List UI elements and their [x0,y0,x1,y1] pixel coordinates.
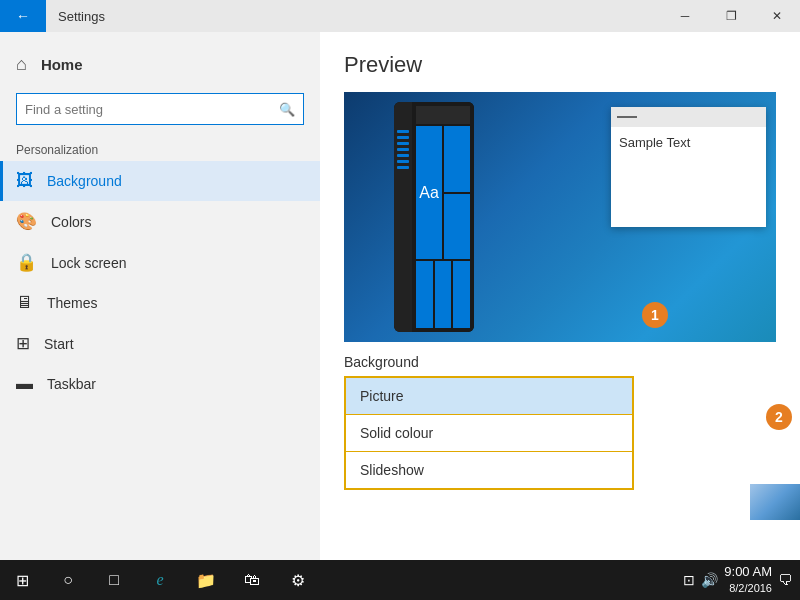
stripe [397,154,409,157]
tile-b1 [416,261,433,328]
taskbar-clock[interactable]: 9:00 AM 8/2/2016 [724,563,772,597]
folder-icon: 📁 [196,571,216,590]
taskbar-settings-button[interactable]: ⚙ [276,560,320,600]
sidebar-item-label: Start [44,336,74,352]
back-button[interactable]: ← [0,0,46,32]
taskbar-network-icon[interactable]: ⊡ [683,572,695,588]
close-button[interactable]: ✕ [754,0,800,32]
thumb-preview [750,484,800,520]
search-icon: 🔍 [271,102,303,117]
start-icon: ⊞ [16,333,30,354]
sidebar: ⌂ Home 🔍 Personalization 🖼 Background 🎨 … [0,32,320,560]
tile-b2 [435,261,452,328]
sidebar-item-label: Lock screen [51,255,126,271]
taskbar-right: ⊡ 🔊 9:00 AM 8/2/2016 🗨 [683,563,800,597]
sidebar-item-themes[interactable]: 🖥 Themes [0,283,320,323]
taskbar-icon: ▬ [16,374,33,394]
lockscreen-icon: 🔒 [16,252,37,273]
clock-time: 9:00 AM [724,563,772,581]
sidebar-item-label: Colors [51,214,91,230]
minimize-button[interactable]: ─ [662,0,708,32]
tile-row-2 [416,261,470,328]
task-view-icon: □ [109,571,119,589]
taskbar-notification-icon[interactable]: 🗨 [778,572,792,588]
titlebar-left: ← Settings [0,0,105,32]
clock-date: 8/2/2016 [729,581,772,596]
phone-stripes [394,102,412,332]
edge-icon: e [156,571,163,589]
dropdown-option-picture[interactable]: Picture [344,376,634,414]
taskbar-search-button[interactable]: ○ [46,560,90,600]
maximize-button[interactable]: ❐ [708,0,754,32]
sidebar-item-label: Themes [47,295,98,311]
stripe [397,136,409,139]
home-label: Home [41,56,83,73]
section-label: Personalization [0,133,320,161]
phone-mockup: Aa [394,102,474,332]
taskbar-store-button[interactable]: 🛍 [230,560,274,600]
phone-tile-area: Aa [412,102,474,332]
home-icon: ⌂ [16,54,27,75]
tile-sm-1 [444,126,470,192]
window-controls: ─ ❐ ✕ [662,0,800,32]
settings-gear-icon: ⚙ [291,571,305,590]
dropdown-option-solid[interactable]: Solid colour [344,414,634,451]
taskbar-start-button[interactable]: ⊞ [0,560,44,600]
sidebar-item-taskbar[interactable]: ▬ Taskbar [0,364,320,404]
preview-window: Sample Text [611,107,766,227]
sidebar-item-lockscreen[interactable]: 🔒 Lock screen [0,242,320,283]
titlebar: ← Settings ─ ❐ ✕ [0,0,800,32]
search-box[interactable]: 🔍 [16,93,304,125]
titlebar-line [617,116,637,118]
preview-box: Aa Sample Text 1 [344,92,776,342]
badge-2: 2 [766,404,792,430]
themes-icon: 🖥 [16,293,33,313]
colors-icon: 🎨 [16,211,37,232]
thumb-img [750,484,800,520]
stripe [397,166,409,169]
taskbar-left: ⊞ ○ □ e 📁 🛍 ⚙ [0,560,320,600]
sidebar-item-background[interactable]: 🖼 Background [0,161,320,201]
taskbar-multitask-button[interactable]: □ [92,560,136,600]
phone-topbar [416,106,470,124]
dropdown-container[interactable]: Picture Solid colour Slideshow [344,376,634,490]
sidebar-home[interactable]: ⌂ Home [0,44,320,85]
taskbar-edge-button[interactable]: e [138,560,182,600]
dropdown-option-slideshow[interactable]: Slideshow [344,451,634,490]
sidebar-item-label: Taskbar [47,376,96,392]
tile-b3 [453,261,470,328]
taskbar-volume-icon[interactable]: 🔊 [701,572,718,588]
tile-sm-2 [444,194,470,260]
main-content: Preview Aa [320,32,800,560]
search-circle-icon: ○ [63,571,73,589]
tile-row-1: Aa [416,126,470,259]
stripe [397,148,409,151]
stripe [397,130,409,133]
search-input[interactable] [17,102,271,117]
stripe [397,142,409,145]
store-icon: 🛍 [244,571,260,589]
small-tiles [444,126,470,259]
sidebar-item-colors[interactable]: 🎨 Colors [0,201,320,242]
window-title: Settings [58,9,105,24]
page-title: Preview [344,52,776,78]
background-label: Background [344,354,776,370]
sample-text: Sample Text [611,127,766,158]
main-tile: Aa [416,126,442,259]
sidebar-item-label: Background [47,173,122,189]
sidebar-item-start[interactable]: ⊞ Start [0,323,320,364]
stripe [397,160,409,163]
background-icon: 🖼 [16,171,33,191]
start-menu-icon: ⊞ [16,571,29,590]
back-icon: ← [16,8,30,24]
taskbar: ⊞ ○ □ e 📁 🛍 ⚙ ⊡ 🔊 9:00 AM 8/2/2016 🗨 [0,560,800,600]
dropdown-section: Background Picture Solid colour Slidesho… [344,354,776,490]
taskbar-explorer-button[interactable]: 📁 [184,560,228,600]
badge-1: 1 [642,302,668,328]
window-titlebar [611,107,766,127]
